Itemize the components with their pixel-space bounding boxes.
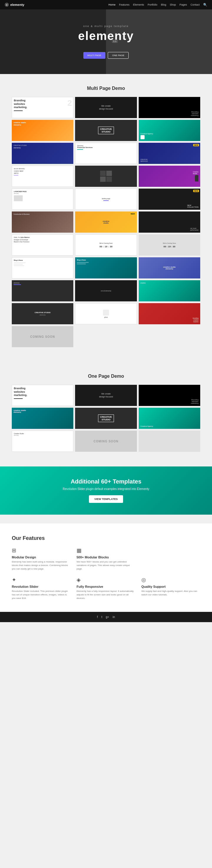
feature-responsive-desc: Elementy has a fully responsive layout. … xyxy=(77,590,135,600)
list-item[interactable]: Hello, I'm John MadronDesigner & Develop… xyxy=(12,235,73,255)
features-section: Our Features ⊞ Modular Design Elementy h… xyxy=(0,523,212,612)
list-item[interactable]: creative studioelementy xyxy=(12,120,73,141)
list-item[interactable]: CREATIVE STUDIO elementy xyxy=(12,143,73,164)
list-item[interactable]: Brandingwebsitesmarketing xyxy=(139,97,200,118)
nav-contact[interactable]: Contact xyxy=(190,3,200,6)
list-item[interactable]: Blog & News xyxy=(75,257,137,278)
logo-text: elementy xyxy=(10,3,24,6)
list-item[interactable] xyxy=(139,431,200,452)
list-item[interactable]: We're Coming Soon 00 : 19 : 30 xyxy=(139,235,200,255)
feature-modular-blocks-desc: We have 500+ blocks and you can get unli… xyxy=(77,560,135,571)
coming-soon-label: COMING SOON xyxy=(94,440,118,443)
list-item[interactable]: landing page xyxy=(75,189,137,210)
revolution-slider-icon: ✦ xyxy=(12,577,71,583)
list-item[interactable]: COMING SOON xyxy=(75,431,137,452)
hero-version: 1.1 xyxy=(112,40,117,43)
list-item[interactable]: brandingcreativeexpress xyxy=(139,303,200,324)
list-item[interactable]: Creative Agency xyxy=(139,408,200,429)
list-item[interactable]: Brandingwebsitesmarketing xyxy=(139,385,200,406)
feature-quality-support-desc: We supply fast and high-quality support.… xyxy=(141,590,200,597)
list-item[interactable]: Creative Agency xyxy=(139,120,200,141)
list-item[interactable]: NEW NEWCOLLECTION xyxy=(139,189,200,210)
onepage-title: One Page Demo xyxy=(12,374,200,379)
nav-shop[interactable]: Shop xyxy=(169,3,176,6)
footer-linkedin[interactable]: in xyxy=(113,615,115,619)
footer-google[interactable]: g+ xyxy=(106,615,109,619)
green-banner: Additional 60+ Templates Revolution Slid… xyxy=(0,466,212,515)
list-item[interactable]: Construction & Business xyxy=(12,212,73,232)
list-item[interactable] xyxy=(75,166,137,187)
logo-icon: e xyxy=(5,3,9,7)
list-item[interactable]: Brandingwebsitesmarketing. 2 xyxy=(12,97,73,118)
list-item[interactable]: NEW CREATIVESERVICES xyxy=(139,143,200,164)
list-item[interactable]: Coming Soon xyxy=(12,326,73,347)
feature-modular-design-name: Modular Design xyxy=(12,555,71,559)
badge-new: NEW xyxy=(193,190,199,192)
feature-modular-design: ⊞ Modular Design Elementy has been built… xyxy=(12,547,71,571)
view-templates-button[interactable]: VIEW TEMPLATES xyxy=(89,495,123,503)
feature-quality-support: ◎ Quality Support We supply fast and hig… xyxy=(141,577,200,600)
nav-blog[interactable]: Blog xyxy=(161,3,166,6)
list-item[interactable]: LAUNCHER PAGE elementy xyxy=(12,189,73,210)
feature-revolution-slider-name: Revolution Slider xyxy=(12,585,71,588)
footer-twitter[interactable]: t xyxy=(101,615,102,619)
search-icon[interactable]: 🔍 xyxy=(203,3,207,7)
nav-features[interactable]: Features xyxy=(119,3,130,6)
list-item[interactable]: creative xyxy=(139,280,200,301)
badge-new: NEW xyxy=(130,213,136,215)
feature-modular-blocks-name: 500+ Modular Blocks xyxy=(77,555,135,559)
footer: f t g+ in xyxy=(0,612,212,622)
feature-revolution-slider: ✦ Revolution Slider Revolution Slider in… xyxy=(12,577,71,600)
nav-home[interactable]: Home xyxy=(108,3,115,6)
coming-soon-label: Coming Soon xyxy=(30,335,55,338)
quality-support-icon: ◎ xyxy=(141,577,200,583)
multipage-button[interactable]: MULTI PAGE xyxy=(83,52,105,59)
nav-links: Home Features Elements Portfolio Blog Sh… xyxy=(108,3,207,7)
list-item[interactable]: CREATIVE STUDIO elementy xyxy=(12,303,73,324)
feature-responsive-name: Fully Responsive xyxy=(77,585,135,588)
badge-new: NEW xyxy=(193,144,199,146)
features-row2: ✦ Revolution Slider Revolution Slider in… xyxy=(12,577,200,600)
onepage-section: One Page Demo Brandingwebsitesmarketing.… xyxy=(0,362,212,461)
list-item[interactable]: We createdesign focused xyxy=(75,385,137,406)
list-item[interactable]: Brandingwebsitesmarketing. xyxy=(12,385,73,406)
multipage-grid: Brandingwebsitesmarketing. 2 We createde… xyxy=(12,97,200,347)
modular-design-icon: ⊞ xyxy=(12,547,71,554)
banner-desc: Revolution Slider plugin default example… xyxy=(12,487,200,491)
list-item[interactable]: we are elementycreative digitalagency xyxy=(12,166,73,187)
list-item[interactable]: car musicperformance xyxy=(139,212,200,232)
list-item[interactable]: Creative Studio elementy xyxy=(12,431,73,452)
list-item[interactable]: creative studioelementy xyxy=(12,408,73,429)
list-item[interactable]: CREATIVESTUDIO xyxy=(75,408,137,429)
hero-section: one & multi page template elementy 1.1 M… xyxy=(0,9,212,74)
list-item[interactable]: CreativeMobile xyxy=(139,166,200,187)
list-item[interactable]: NEW creativestudio xyxy=(75,212,137,232)
nav-pages[interactable]: Pages xyxy=(179,3,187,6)
hero-buttons: MULTI PAGE ONE PAGE xyxy=(83,52,129,59)
list-item[interactable]: Elementy Financial Services xyxy=(75,143,137,164)
feature-modular-blocks: ▦ 500+ Modular Blocks We have 500+ block… xyxy=(77,547,135,571)
list-item[interactable]: elementy xyxy=(12,280,73,301)
feature-modular-design-desc: Elementy has been built using a modular,… xyxy=(12,560,71,571)
list-item[interactable]: creative studioelementy xyxy=(139,257,200,278)
feature-quality-support-name: Quality Support xyxy=(141,585,200,588)
list-item[interactable]: not alt elementy xyxy=(75,280,137,301)
list-item[interactable]: Blog & News xyxy=(12,257,73,278)
nav-elements[interactable]: Elements xyxy=(133,3,144,6)
hero-subtitle: one & multi page template xyxy=(83,25,129,28)
footer-facebook[interactable]: f xyxy=(97,615,98,619)
list-item[interactable]: CREATIVESTUDIO xyxy=(75,120,137,141)
list-item[interactable]: We're Coming Soon 00 : 19 : 30 xyxy=(75,235,137,255)
onepage-button[interactable]: ONE PAGE xyxy=(108,52,129,59)
features-grid: ⊞ Modular Design Elementy has been built… xyxy=(12,547,200,571)
multipage-title: Multi Page Demo xyxy=(12,86,200,91)
nav-portfolio[interactable]: Portfolio xyxy=(148,3,157,6)
banner-title: Additional 60+ Templates xyxy=(12,478,200,485)
hero-title: elementy xyxy=(78,29,134,42)
list-item[interactable]: pll ok xyxy=(75,303,137,324)
list-item[interactable]: We createdesign focused xyxy=(75,97,137,118)
logo[interactable]: e elementy xyxy=(5,3,24,7)
feature-placeholder-top xyxy=(141,547,200,571)
features-title: Our Features xyxy=(12,535,200,541)
feature-revolution-slider-desc: Revolution Slider included. This premium… xyxy=(12,590,71,600)
